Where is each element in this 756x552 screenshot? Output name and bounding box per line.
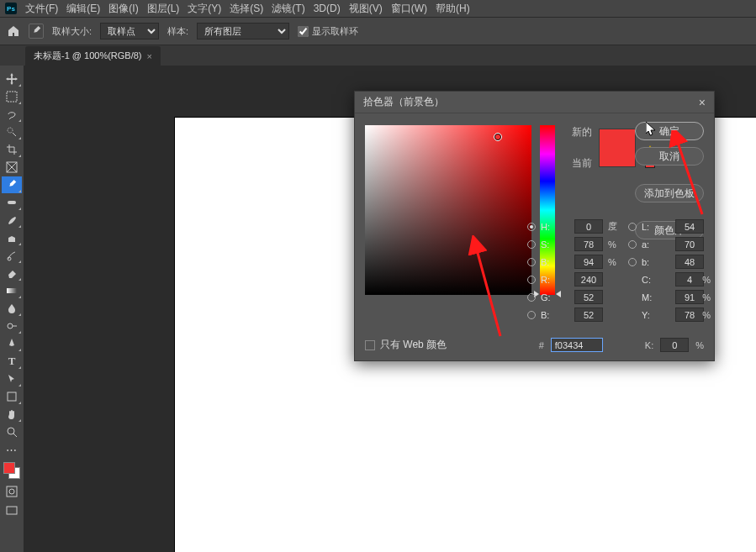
radio-s[interactable]	[527, 240, 536, 249]
svg-rect-5	[8, 201, 16, 204]
menu-select[interactable]: 选择(S)	[230, 2, 263, 16]
eyedropper-tool-icon[interactable]	[29, 24, 44, 39]
radio-l[interactable]	[628, 223, 637, 231]
close-tab-icon[interactable]: ×	[147, 51, 152, 61]
input-b-lab[interactable]	[675, 255, 704, 269]
input-g[interactable]	[574, 290, 603, 304]
menu-window[interactable]: 窗口(W)	[391, 2, 427, 16]
document-tab[interactable]: 未标题-1 @ 100%(RGB/8) ×	[25, 46, 161, 66]
svg-rect-0	[7, 92, 17, 102]
path-select-tool[interactable]	[2, 371, 22, 387]
input-l[interactable]	[675, 219, 704, 234]
document-tab-title: 未标题-1 @ 100%(RGB/8)	[34, 50, 142, 62]
color-swatches[interactable]	[2, 462, 22, 481]
shape-tool[interactable]	[2, 388, 22, 405]
new-color-swatch[interactable]	[600, 129, 635, 148]
gradient-tool[interactable]	[2, 282, 22, 299]
healing-brush-tool[interactable]	[2, 194, 22, 211]
hex-input[interactable]	[551, 338, 603, 352]
sample-size-select[interactable]: 取样点	[100, 23, 159, 39]
move-tool[interactable]	[2, 71, 22, 87]
show-sample-ring-checkbox[interactable]	[298, 26, 309, 37]
input-s[interactable]	[574, 237, 603, 251]
new-current-swatch[interactable]	[599, 129, 636, 167]
quick-select-tool[interactable]	[2, 124, 22, 140]
input-bc[interactable]	[574, 308, 603, 322]
crop-tool[interactable]	[2, 141, 22, 158]
menu-type[interactable]: 文字(Y)	[188, 2, 221, 16]
input-a[interactable]	[675, 237, 704, 251]
sample-layers-select[interactable]: 所有图层	[197, 23, 289, 39]
svg-rect-13	[7, 507, 17, 514]
type-tool[interactable]: T	[2, 353, 22, 370]
unit-yv: %	[702, 308, 711, 322]
radio-a[interactable]	[628, 240, 637, 249]
menu-filter[interactable]: 滤镜(T)	[272, 2, 304, 16]
hand-tool[interactable]	[2, 406, 22, 423]
svg-rect-9	[8, 392, 16, 401]
unit-m: %	[702, 290, 711, 304]
blur-tool[interactable]	[2, 300, 22, 317]
svg-point-1	[8, 128, 13, 133]
radio-bv[interactable]	[527, 258, 536, 266]
frame-tool[interactable]	[2, 159, 22, 176]
saturation-value-field[interactable]	[365, 125, 531, 295]
hex-label: #	[539, 340, 544, 350]
document-tab-bar: 未标题-1 @ 100%(RGB/8) ×	[0, 45, 756, 66]
menu-edit[interactable]: 编辑(E)	[66, 2, 100, 16]
eraser-tool[interactable]	[2, 265, 22, 281]
input-y[interactable]	[675, 308, 704, 322]
home-icon[interactable]	[7, 24, 20, 38]
clone-stamp-tool[interactable]	[2, 229, 22, 246]
menu-help[interactable]: 帮助(H)	[436, 2, 470, 16]
menu-view[interactable]: 视图(V)	[349, 2, 383, 16]
marquee-tool[interactable]	[2, 88, 22, 105]
brush-tool[interactable]	[2, 212, 22, 229]
input-h[interactable]	[574, 219, 603, 234]
input-r[interactable]	[574, 272, 603, 287]
app-logo: Ps	[5, 3, 17, 14]
new-color-label: 新的	[572, 125, 592, 139]
cancel-button[interactable]: 取消	[635, 147, 704, 166]
k-label: K:	[645, 340, 653, 350]
menu-image[interactable]: 图像(I)	[108, 2, 138, 16]
menu-3d[interactable]: 3D(D)	[314, 3, 341, 14]
svg-point-10	[8, 428, 14, 434]
menu-file[interactable]: 文件(F)	[25, 2, 58, 16]
input-c[interactable]	[675, 272, 704, 287]
eyedropper-tool[interactable]	[2, 176, 22, 193]
dialog-title: 拾色器（前景色）	[363, 95, 444, 109]
history-brush-tool[interactable]	[2, 247, 22, 264]
radio-g[interactable]	[527, 293, 536, 302]
options-bar: 取样大小: 取样点 样本: 所有图层 显示取样环	[0, 17, 756, 45]
web-only-checkbox[interactable]	[365, 340, 375, 350]
svg-point-12	[9, 489, 14, 494]
menu-layer[interactable]: 图层(L)	[147, 2, 180, 16]
foreground-color-swatch[interactable]	[3, 462, 15, 474]
svg-rect-11	[7, 486, 17, 497]
show-sample-ring-label: 显示取样环	[312, 25, 358, 38]
dialog-titlebar[interactable]: 拾色器（前景色） ×	[355, 92, 714, 113]
pen-tool[interactable]	[2, 335, 22, 352]
input-bv[interactable]	[574, 255, 603, 269]
web-only-label: 只有 Web 颜色	[380, 338, 447, 352]
current-color-swatch[interactable]	[600, 148, 635, 166]
edit-toolbar[interactable]: ⋯	[2, 441, 22, 458]
input-m[interactable]	[675, 290, 704, 304]
svg-rect-7	[7, 288, 17, 293]
radio-r[interactable]	[527, 276, 536, 284]
radio-h[interactable]	[527, 223, 536, 231]
add-to-swatches-button[interactable]: 添加到色板	[635, 184, 704, 202]
quick-mask-icon[interactable]	[2, 483, 22, 500]
ok-button[interactable]: 确定	[635, 122, 704, 140]
sample-size-label: 取样大小:	[52, 25, 92, 38]
close-dialog-icon[interactable]: ×	[699, 96, 706, 109]
dodge-tool[interactable]	[2, 318, 22, 334]
zoom-tool[interactable]	[2, 423, 22, 440]
screen-mode-icon[interactable]	[2, 502, 22, 519]
radio-bc[interactable]	[527, 311, 536, 319]
radio-b-lab[interactable]	[628, 258, 637, 266]
sv-picker-ring[interactable]	[494, 133, 502, 141]
input-k[interactable]: 0	[660, 338, 689, 352]
lasso-tool[interactable]	[2, 106, 22, 123]
